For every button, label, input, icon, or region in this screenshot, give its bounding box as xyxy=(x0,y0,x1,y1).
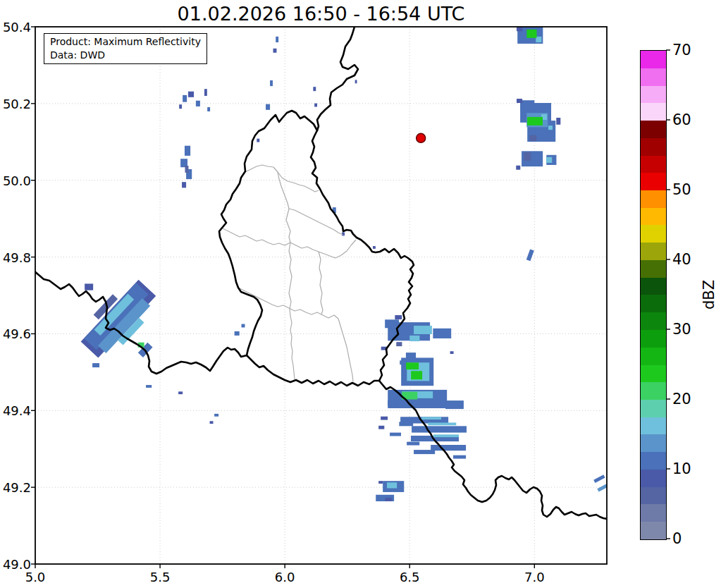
station-marker xyxy=(417,133,426,142)
radar-echo xyxy=(270,80,273,86)
colorbar-tick-label: 50 xyxy=(672,181,691,198)
y-tick-label: 49.4 xyxy=(1,403,31,418)
radar-echo xyxy=(517,99,522,103)
border-belgium-germany xyxy=(317,27,358,130)
colorbar-tick-label: 20 xyxy=(672,391,691,408)
admin-borders xyxy=(223,165,356,381)
radar-echo xyxy=(257,139,259,142)
colorbar-tick-label: 40 xyxy=(672,251,691,268)
radar-echo xyxy=(185,166,188,173)
colorbar-tick-label: 70 xyxy=(672,42,691,59)
radar-echo xyxy=(400,360,405,365)
y-tick-label: 49.2 xyxy=(1,480,31,495)
canton-border xyxy=(319,252,323,314)
border-luxembourg xyxy=(219,111,414,386)
colorbar-tick-label: 60 xyxy=(672,111,691,128)
radar-echo xyxy=(210,421,214,424)
radar-echo xyxy=(385,319,399,328)
radar-echo xyxy=(242,324,245,328)
radar-echo xyxy=(527,117,543,125)
radar-echo xyxy=(266,104,270,110)
radar-echo xyxy=(546,157,552,163)
radar-echo xyxy=(92,363,99,367)
radar-echo xyxy=(453,455,466,459)
radar-echo xyxy=(188,92,194,97)
y-tick-label: 49.8 xyxy=(1,250,31,264)
radar-echo xyxy=(517,27,522,31)
radar-echo xyxy=(385,498,392,501)
radar-echo xyxy=(204,89,207,96)
radar-echo xyxy=(387,482,397,488)
radar-echo xyxy=(396,342,402,346)
radar-echo xyxy=(390,433,401,436)
canton-border xyxy=(338,319,353,381)
radar-echo xyxy=(214,414,218,417)
radar-echo xyxy=(185,146,190,156)
product-line: Product: Maximum Reflectivity xyxy=(50,35,201,49)
canton-border xyxy=(278,172,290,243)
radar-echo xyxy=(516,166,520,170)
y-tick-label: 50.0 xyxy=(1,173,31,188)
data-source-line: Data: DWD xyxy=(50,49,201,62)
map-canvas xyxy=(0,0,721,588)
radar-map-figure: 01.02.2026 16:50 - 16:54 UTC xyxy=(0,0,721,588)
radar-echo xyxy=(399,422,413,426)
product-info-box: Product: Maximum Reflectivity Data: DWD xyxy=(44,33,207,64)
radar-echo xyxy=(355,80,357,83)
radar-echo xyxy=(526,30,536,38)
radar-echo xyxy=(146,385,152,388)
radar-echo xyxy=(373,246,376,249)
radar-echo xyxy=(593,474,605,483)
radar-echo xyxy=(182,182,186,188)
radar-echo xyxy=(433,329,451,338)
radar-echo xyxy=(179,104,182,109)
y-tick-label: 50.2 xyxy=(1,96,31,111)
radar-echo xyxy=(395,315,402,319)
radar-echo xyxy=(178,391,183,394)
radar-echo xyxy=(407,442,419,446)
x-tick-label: 6.5 xyxy=(400,570,420,584)
canton-border xyxy=(238,288,338,319)
colorbar-tick-label: 0 xyxy=(672,530,682,547)
radar-echo xyxy=(526,249,534,261)
radar-echo xyxy=(433,434,459,437)
radar-echo xyxy=(378,426,384,429)
radar-echo xyxy=(450,351,454,354)
radar-echo xyxy=(196,101,200,106)
radar-echo xyxy=(412,426,467,432)
radar-echo xyxy=(414,450,435,454)
radar-echo xyxy=(406,362,419,369)
colorbar-axis-label: dBZ xyxy=(701,279,717,309)
radar-echo xyxy=(378,481,383,484)
radar-echo xyxy=(381,417,388,420)
y-tick-label: 49.6 xyxy=(1,326,31,341)
y-tick-label: 49.0 xyxy=(1,557,31,572)
radar-echo xyxy=(428,422,456,425)
radar-echo xyxy=(388,400,396,406)
country-borders xyxy=(0,27,608,519)
radar-echo xyxy=(313,87,316,91)
radar-echo xyxy=(406,353,416,360)
x-tick-label: 5.0 xyxy=(25,570,46,584)
radar-echo xyxy=(524,152,531,161)
y-tick-label: 50.4 xyxy=(1,20,31,35)
radar-echo xyxy=(276,37,278,42)
radar-echo xyxy=(520,100,534,111)
radar-echo xyxy=(273,49,277,53)
radar-echo xyxy=(85,283,93,290)
radar-echo xyxy=(235,331,240,336)
x-tick-label: 5.5 xyxy=(150,570,171,584)
radar-echo xyxy=(556,118,560,125)
radar-echo xyxy=(183,95,187,102)
radar-echo xyxy=(529,135,536,141)
x-tick-label: 6.0 xyxy=(275,570,295,584)
x-tick-label: 7.0 xyxy=(524,570,545,584)
radar-echo xyxy=(314,104,317,107)
colorbar-tick-label: 10 xyxy=(672,460,691,477)
radar-echo xyxy=(445,400,464,409)
radar-echo xyxy=(207,107,210,111)
radar-echo xyxy=(431,445,466,451)
colorbar-tick-label: 30 xyxy=(672,321,691,338)
radar-echo xyxy=(548,125,553,130)
radar-echo xyxy=(414,326,432,334)
